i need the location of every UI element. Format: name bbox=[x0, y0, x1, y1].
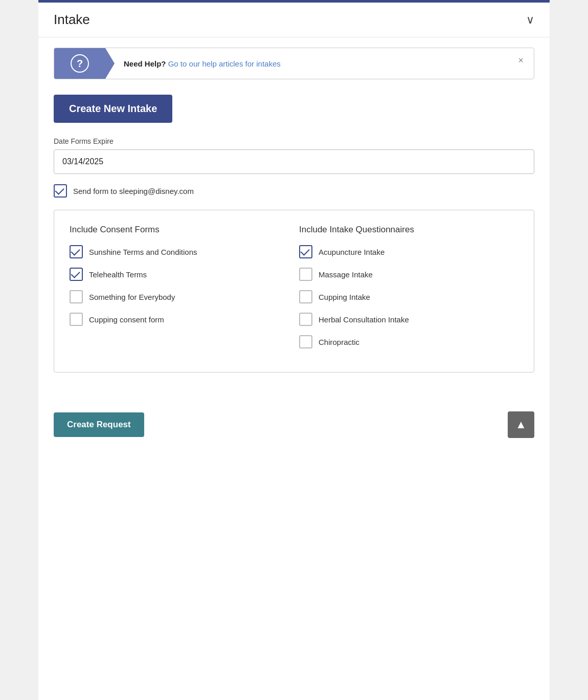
forms-section: Include Consent Forms Sunshine Terms and… bbox=[54, 210, 534, 373]
list-item: Chiropractic bbox=[299, 335, 518, 348]
consent-item-2-label: Something for Everybody bbox=[89, 293, 175, 301]
list-item: Herbal Consultation Intake bbox=[299, 313, 518, 326]
send-form-label: Send form to sleeping@disney.com bbox=[73, 187, 194, 195]
intake-item-1-checkbox[interactable] bbox=[299, 268, 312, 281]
forms-columns: Include Consent Forms Sunshine Terms and… bbox=[70, 225, 518, 358]
page-header: Intake ∨ bbox=[38, 3, 550, 37]
scroll-to-top-button[interactable]: ▲ bbox=[508, 411, 534, 438]
question-icon: ? bbox=[71, 54, 89, 73]
create-request-button[interactable]: Create Request bbox=[54, 412, 144, 437]
help-banner-text: Need Help? Go to our help articles for i… bbox=[105, 51, 508, 76]
intake-questionnaires-column: Include Intake Questionnaires Acupunctur… bbox=[299, 225, 518, 358]
bottom-bar: Create Request ▲ bbox=[38, 411, 550, 453]
list-item: Acupuncture Intake bbox=[299, 245, 518, 258]
intake-item-2-label: Cupping Intake bbox=[319, 293, 370, 301]
consent-item-0-checkbox[interactable] bbox=[70, 245, 83, 258]
intake-item-4-label: Chiropractic bbox=[319, 338, 359, 346]
list-item: Something for Everybody bbox=[70, 290, 289, 303]
close-icon[interactable]: × bbox=[508, 48, 534, 66]
list-item: Sunshine Terms and Conditions bbox=[70, 245, 289, 258]
intake-questionnaires-title: Include Intake Questionnaires bbox=[299, 225, 518, 235]
intake-item-3-label: Herbal Consultation Intake bbox=[319, 315, 409, 324]
date-field-label: Date Forms Expire bbox=[54, 137, 534, 145]
consent-item-3-checkbox[interactable] bbox=[70, 313, 83, 326]
send-form-row: Send form to sleeping@disney.com bbox=[54, 184, 534, 198]
consent-item-2-checkbox[interactable] bbox=[70, 290, 83, 303]
list-item: Cupping Intake bbox=[299, 290, 518, 303]
intake-item-0-checkbox[interactable] bbox=[299, 245, 312, 258]
list-item: Cupping consent form bbox=[70, 313, 289, 326]
need-help-label: Need Help? bbox=[124, 59, 166, 68]
consent-item-1-label: Telehealth Terms bbox=[89, 270, 147, 279]
help-banner-icon-bg: ? bbox=[54, 48, 105, 79]
consent-item-3-label: Cupping consent form bbox=[89, 315, 164, 324]
list-item: Telehealth Terms bbox=[70, 268, 289, 281]
page-title: Intake bbox=[54, 12, 90, 28]
help-articles-link[interactable]: Go to our help articles for intakes bbox=[168, 59, 281, 68]
consent-forms-column: Include Consent Forms Sunshine Terms and… bbox=[70, 225, 289, 358]
main-content: ? Need Help? Go to our help articles for… bbox=[38, 37, 550, 411]
consent-forms-title: Include Consent Forms bbox=[70, 225, 289, 235]
consent-item-1-checkbox[interactable] bbox=[70, 268, 83, 281]
intake-item-0-label: Acupuncture Intake bbox=[319, 248, 385, 256]
intake-item-4-checkbox[interactable] bbox=[299, 335, 312, 348]
help-banner: ? Need Help? Go to our help articles for… bbox=[54, 48, 534, 79]
intake-item-3-checkbox[interactable] bbox=[299, 313, 312, 326]
send-form-checkbox[interactable] bbox=[54, 184, 67, 198]
list-item: Massage Intake bbox=[299, 268, 518, 281]
intake-item-2-checkbox[interactable] bbox=[299, 290, 312, 303]
date-forms-expire-input[interactable] bbox=[54, 149, 534, 174]
chevron-down-icon[interactable]: ∨ bbox=[526, 13, 534, 27]
create-new-intake-button[interactable]: Create New Intake bbox=[54, 95, 172, 123]
consent-item-0-label: Sunshine Terms and Conditions bbox=[89, 248, 197, 256]
intake-item-1-label: Massage Intake bbox=[319, 270, 373, 279]
